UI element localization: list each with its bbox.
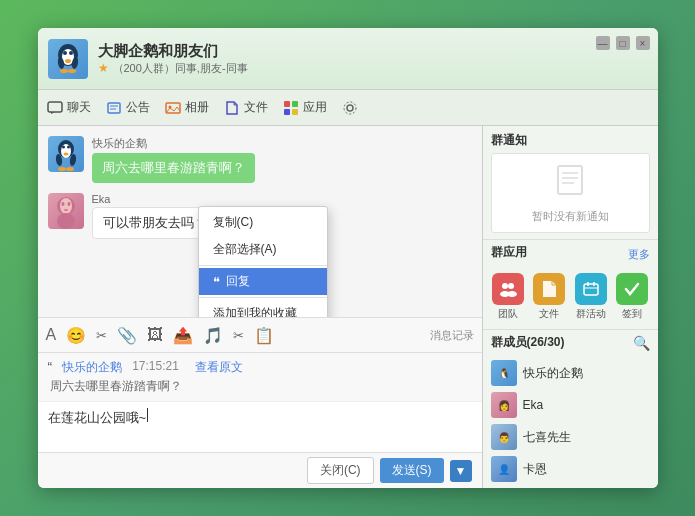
member-item[interactable]: 👤 stephen xyxy=(483,485,658,488)
app-activity[interactable]: 群活动 xyxy=(573,273,608,321)
emoji-icon[interactable]: 😊 xyxy=(66,326,86,345)
apps-grid: 团队 文件 群活动 xyxy=(483,269,658,329)
toolbar-file[interactable]: 文件 xyxy=(223,99,268,117)
image-icon[interactable]: 🖼 xyxy=(147,326,163,344)
toolbar-photo[interactable]: 相册 xyxy=(164,99,209,117)
toolbar: 聊天 公告 相册 文件 xyxy=(38,90,658,126)
svg-point-34 xyxy=(64,209,68,211)
apps-label: 应用 xyxy=(303,99,327,116)
member-item[interactable]: 👤 卡恩 xyxy=(483,453,658,485)
toolbar-settings[interactable] xyxy=(341,99,359,117)
members-header: 群成员(26/30) 🔍 xyxy=(483,329,658,355)
send-options-button[interactable]: ▼ xyxy=(450,460,472,482)
menu-add-favorite-label: 添加到我的收藏 xyxy=(213,305,297,317)
app-file-label: 文件 xyxy=(539,307,559,321)
member-item[interactable]: 🐧 快乐的企鹅 xyxy=(483,357,658,389)
app-checkin[interactable]: 签到 xyxy=(614,273,649,321)
clipboard-icon[interactable]: 📋 xyxy=(254,326,274,345)
members-search-icon[interactable]: 🔍 xyxy=(633,335,650,351)
member-name: 七喜先生 xyxy=(523,429,571,446)
cut-icon[interactable]: ✂ xyxy=(96,328,107,343)
quote-area: “ 快乐的企鹅 17:15:21 查看原文 周六去哪里春游踏青啊？ xyxy=(38,353,482,402)
menu-separator xyxy=(199,265,327,266)
message-row: 快乐的企鹅 周六去哪里春游踏青啊？ xyxy=(48,136,472,183)
menu-copy-label: 复制(C) xyxy=(213,214,254,231)
member-item[interactable]: 👨 七喜先生 xyxy=(483,421,658,453)
message-bubble[interactable]: 周六去哪里春游踏青啊？ xyxy=(92,153,255,183)
svg-rect-16 xyxy=(292,101,298,107)
bottom-bar: 关闭(C) 发送(S) ▼ xyxy=(38,452,482,488)
avatar xyxy=(48,193,84,229)
notice-label: 公告 xyxy=(126,99,150,116)
input-text-area[interactable]: 在莲花山公园哦~ xyxy=(38,402,482,452)
app-checkin-icon xyxy=(616,273,648,305)
upload-icon[interactable]: 📤 xyxy=(173,326,193,345)
toolbar-notice[interactable]: 公告 xyxy=(105,99,150,117)
member-name: 快乐的企鹅 xyxy=(523,365,583,382)
group-avatar xyxy=(48,39,88,79)
close-button[interactable]: × xyxy=(636,36,650,50)
apps-title: 群应用 xyxy=(491,244,527,261)
chat-label: 聊天 xyxy=(67,99,91,116)
reply-icon: ❝ xyxy=(213,274,220,289)
svg-point-35 xyxy=(57,213,75,229)
send-button[interactable]: 发送(S) xyxy=(380,458,444,483)
sender-name: Eka xyxy=(92,193,218,205)
svg-point-23 xyxy=(62,146,65,149)
message-content: 快乐的企鹅 周六去哪里春游踏青啊？ xyxy=(92,136,255,183)
attach-icon[interactable]: 📎 xyxy=(117,326,137,345)
app-file[interactable]: 文件 xyxy=(532,273,567,321)
menu-separator xyxy=(199,297,327,298)
file-icon xyxy=(223,99,241,117)
app-team-label: 团队 xyxy=(498,307,518,321)
svg-rect-10 xyxy=(108,103,120,113)
minimize-button[interactable]: — xyxy=(596,36,610,50)
music-icon[interactable]: 🎵 xyxy=(203,326,223,345)
message-record[interactable]: 消息记录 xyxy=(430,328,474,343)
input-toolbar: A 😊 ✂ 📎 🖼 📤 🎵 ✂ 📋 消息记录 xyxy=(38,317,482,353)
apps-more[interactable]: 更多 xyxy=(628,247,650,262)
apps-header: 群应用 更多 xyxy=(483,240,658,269)
svg-rect-18 xyxy=(292,109,298,115)
messages-list: 快乐的企鹅 周六去哪里春游踏青啊？ xyxy=(38,126,482,317)
menu-reply[interactable]: ❝ 回复 xyxy=(199,268,327,295)
photo-label: 相册 xyxy=(185,99,209,116)
group-subtitle: ★ （200人群）同事,朋友-同事 xyxy=(98,61,648,76)
close-button[interactable]: 关闭(C) xyxy=(307,457,374,484)
menu-add-favorite[interactable]: 添加到我的收藏 xyxy=(199,300,327,317)
main-window: 大脚企鹅和朋友们 ★ （200人群）同事,朋友-同事 — □ × 聊天 公告 xyxy=(38,28,658,488)
svg-point-32 xyxy=(61,202,64,206)
app-team[interactable]: 团队 xyxy=(491,273,526,321)
svg-point-43 xyxy=(507,291,517,297)
svg-point-29 xyxy=(66,167,74,171)
menu-copy[interactable]: 复制(C) xyxy=(199,209,327,236)
scissors-icon[interactable]: ✂ xyxy=(233,328,244,343)
toolbar-chat[interactable]: 聊天 xyxy=(46,99,91,117)
quote-time: 17:15:21 xyxy=(132,359,179,376)
svg-point-40 xyxy=(502,283,508,289)
svg-rect-15 xyxy=(284,101,290,107)
member-name: 卡恩 xyxy=(523,461,547,478)
quote-link[interactable]: 查看原文 xyxy=(195,359,243,376)
svg-point-4 xyxy=(65,59,71,63)
svg-point-20 xyxy=(344,102,356,114)
photo-icon xyxy=(164,99,182,117)
font-icon[interactable]: A xyxy=(46,326,57,344)
member-item[interactable]: 👩 Eka xyxy=(483,389,658,421)
toolbar-apps[interactable]: 应用 xyxy=(282,99,327,117)
quote-text: 周六去哪里春游踏青啊？ xyxy=(50,378,472,395)
svg-point-25 xyxy=(63,153,68,156)
member-name: Eka xyxy=(523,398,544,412)
svg-point-33 xyxy=(67,202,70,206)
svg-point-41 xyxy=(508,283,514,289)
apps-section: 群应用 更多 团队 文件 xyxy=(483,240,658,329)
member-avatar: 👨 xyxy=(491,424,517,450)
sender-name: 快乐的企鹅 xyxy=(92,136,255,151)
group-name: 大脚企鹅和朋友们 xyxy=(98,42,648,61)
menu-select-all-label: 全部选择(A) xyxy=(213,241,277,258)
svg-point-7 xyxy=(60,69,68,73)
maximize-button[interactable]: □ xyxy=(616,36,630,50)
menu-select-all[interactable]: 全部选择(A) xyxy=(199,236,327,263)
notice-title: 群通知 xyxy=(491,132,650,149)
svg-point-31 xyxy=(60,198,72,214)
